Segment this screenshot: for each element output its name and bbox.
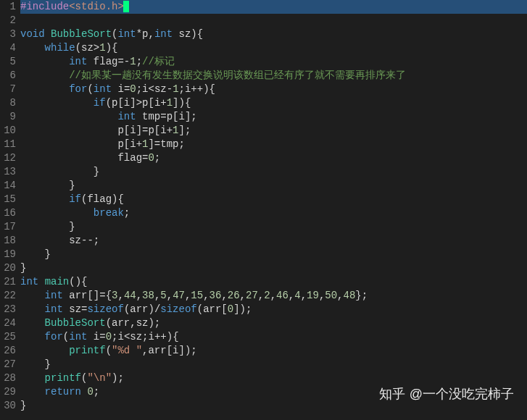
code-line[interactable]: int tmp=p[i]; [20, 110, 527, 124]
watermark: 知乎 @一个没吃完柿子 [379, 385, 514, 403]
line-number: 28 [3, 371, 16, 385]
code-line[interactable]: int main(){ [20, 275, 527, 289]
line-number: 14 [3, 179, 16, 193]
watermark-author: @一个没吃完柿子 [410, 385, 514, 403]
code-line[interactable]: int flag=-1;//标记 [20, 55, 527, 69]
code-line[interactable]: flag=0; [20, 151, 527, 165]
line-number: 12 [3, 151, 16, 165]
code-line[interactable]: p[i+1]=tmp; [20, 138, 527, 151]
line-number: 22 [3, 289, 16, 303]
line-number: 7 [3, 83, 16, 96]
watermark-brand: 知乎 [379, 385, 405, 403]
code-line[interactable]: for(int i=0;i<sz-1;i++){ [20, 83, 527, 96]
line-number-gutter: 1234567891011121314151617181920212223242… [0, 0, 20, 420]
code-line[interactable]: for(int i=0;i<sz;i++){ [20, 330, 527, 344]
line-number: 20 [3, 261, 16, 275]
code-line[interactable] [20, 14, 527, 28]
code-line[interactable]: } [20, 179, 527, 193]
code-line[interactable]: #include<stdio.h> [20, 0, 527, 14]
code-line[interactable]: void BubbleSort(int*p,int sz){ [20, 28, 527, 41]
line-number: 18 [3, 234, 16, 248]
code-line[interactable]: p[i]=p[i+1]; [20, 124, 527, 138]
line-number: 11 [3, 138, 16, 151]
line-number: 26 [3, 344, 16, 358]
line-number: 1 [3, 0, 16, 14]
line-number: 13 [3, 165, 16, 179]
code-line[interactable]: //如果某一趟没有发生数据交换说明该数组已经有序了就不需要再排序来了 [20, 69, 527, 83]
code-area[interactable]: #include<stdio.h>void BubbleSort(int*p,i… [20, 0, 527, 420]
code-line[interactable]: BubbleSort(arr,sz); [20, 316, 527, 330]
line-number: 24 [3, 316, 16, 330]
code-line[interactable]: sz--; [20, 234, 527, 248]
line-number: 5 [3, 55, 16, 69]
line-number: 25 [3, 330, 16, 344]
line-number: 4 [3, 41, 16, 55]
code-line[interactable]: printf("%d ",arr[i]); [20, 344, 527, 358]
line-number: 6 [3, 69, 16, 83]
code-editor[interactable]: 1234567891011121314151617181920212223242… [0, 0, 527, 420]
line-number: 21 [3, 275, 16, 289]
code-line[interactable]: int sz=sizeof(arr)/sizeof(arr[0]); [20, 303, 527, 316]
code-line[interactable]: if(flag){ [20, 193, 527, 206]
line-number: 19 [3, 248, 16, 261]
code-line[interactable]: } [20, 261, 527, 275]
line-number: 10 [3, 124, 16, 138]
line-number: 23 [3, 303, 16, 316]
line-number: 17 [3, 220, 16, 234]
code-line[interactable]: } [20, 165, 527, 179]
line-number: 16 [3, 206, 16, 220]
code-line[interactable]: int arr[]={3,44,38,5,47,15,36,26,27,2,46… [20, 289, 527, 303]
cursor [123, 1, 129, 12]
line-number: 15 [3, 193, 16, 206]
line-number: 2 [3, 14, 16, 28]
line-number: 29 [3, 385, 16, 399]
code-line[interactable]: } [20, 220, 527, 234]
code-line[interactable]: if(p[i]>p[i+1]){ [20, 96, 527, 110]
line-number: 3 [3, 28, 16, 41]
line-number: 30 [3, 399, 16, 413]
code-line[interactable]: } [20, 248, 527, 261]
code-line[interactable]: printf("\n"); [20, 371, 527, 385]
code-line[interactable]: } [20, 358, 527, 371]
line-number: 27 [3, 358, 16, 371]
code-line[interactable]: while(sz>1){ [20, 41, 527, 55]
code-line[interactable]: break; [20, 206, 527, 220]
line-number: 9 [3, 110, 16, 124]
line-number: 8 [3, 96, 16, 110]
